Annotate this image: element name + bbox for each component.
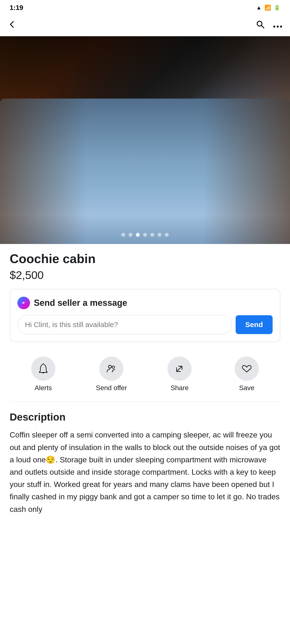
action-buttons: Alerts Send offer Share <box>10 352 280 402</box>
signal-icon: 📶 <box>264 4 271 11</box>
dot-3 <box>136 233 140 237</box>
nav-bar <box>0 14 290 36</box>
listing-price: $2,500 <box>10 268 280 282</box>
more-button[interactable] <box>272 20 283 30</box>
alerts-label: Alerts <box>35 384 52 392</box>
save-label: Save <box>239 384 254 392</box>
send-offer-button[interactable]: Send offer <box>96 356 127 392</box>
share-button[interactable]: Share <box>165 356 194 392</box>
message-input-row: Send <box>18 315 272 334</box>
dot-7 <box>165 233 169 237</box>
dot-4 <box>143 233 147 237</box>
message-input[interactable] <box>18 315 232 334</box>
save-button[interactable]: Save <box>232 356 261 392</box>
image-dots <box>121 233 169 237</box>
send-button[interactable]: Send <box>236 315 272 334</box>
description-title: Description <box>10 412 280 423</box>
send-offer-icon <box>99 356 124 381</box>
svg-point-2 <box>277 26 279 28</box>
bottom-safe-area <box>0 523 290 537</box>
share-label: Share <box>171 384 189 392</box>
svg-point-5 <box>112 366 115 368</box>
alerts-button[interactable]: Alerts <box>29 356 58 392</box>
status-icons: ▲ 📶 🔋 <box>256 4 280 11</box>
send-offer-label: Send offer <box>96 384 127 392</box>
svg-point-4 <box>109 365 111 368</box>
nav-actions <box>255 19 283 32</box>
dot-6 <box>158 233 161 237</box>
content-area: Coochie cabin $2,500 Send seller <box>0 244 290 523</box>
status-time: 1:19 <box>10 4 23 12</box>
message-header-title: Send seller a message <box>34 298 127 308</box>
message-header: Send seller a message <box>18 297 272 309</box>
search-button[interactable] <box>255 19 265 32</box>
battery-icon: 🔋 <box>274 4 280 11</box>
message-box: Send seller a message Send <box>10 289 280 342</box>
svg-point-3 <box>280 26 282 28</box>
save-icon <box>235 356 259 381</box>
status-bar: 1:19 ▲ 📶 🔋 <box>0 0 290 14</box>
description-section: Description Coffin sleeper off a semi co… <box>10 412 280 515</box>
alerts-icon <box>31 356 55 381</box>
listing-title: Coochie cabin <box>10 251 280 266</box>
wifi-icon: ▲ <box>256 4 261 11</box>
product-image <box>0 36 290 244</box>
dot-5 <box>150 233 154 237</box>
dot-2 <box>129 233 132 237</box>
description-text: Coffin sleeper off a semi converted into… <box>10 429 280 515</box>
messenger-icon <box>18 297 30 309</box>
dot-1 <box>121 233 125 237</box>
svg-point-1 <box>273 26 275 28</box>
share-icon <box>167 356 192 381</box>
back-button[interactable] <box>7 20 17 32</box>
